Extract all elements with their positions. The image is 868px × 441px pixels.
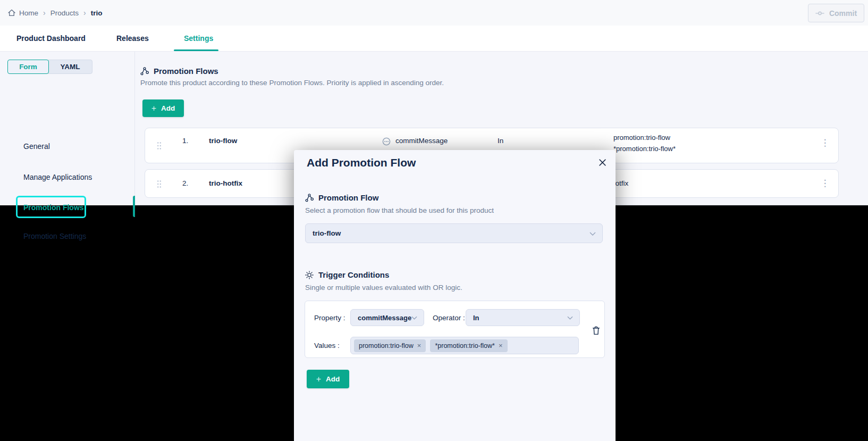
drag-handle-icon[interactable]	[157, 180, 162, 188]
modal-add-button[interactable]: + Add	[307, 370, 349, 388]
commit-button[interactable]: Commit	[808, 4, 864, 22]
promotion-flow-select[interactable]: trio-flow	[305, 223, 603, 243]
row-values: promotion:trio-flow *promotion:trio-flow…	[613, 132, 676, 154]
operator-select[interactable]: In	[466, 309, 580, 326]
tabs-bar: Product Dashboard Releases Settings	[0, 26, 868, 52]
property-select[interactable]: commitMessage	[350, 309, 424, 326]
row-order: 1.	[182, 137, 188, 145]
operator-label: Operator :	[433, 314, 465, 322]
row-value: promotion:trio-flow	[613, 132, 676, 143]
values-input[interactable]: promotion:trio-flow × *promotion:trio-fl…	[350, 337, 579, 354]
kebab-menu-icon[interactable]: ⋮	[819, 177, 831, 190]
delete-condition-button[interactable]	[590, 323, 602, 337]
tag-remove-icon[interactable]: ×	[417, 342, 422, 350]
tab-product-dashboard[interactable]: Product Dashboard	[16, 26, 86, 52]
drag-handle-icon[interactable]	[157, 142, 162, 150]
values-label: Values :	[314, 342, 340, 350]
commit-button-label: Commit	[829, 9, 857, 18]
chevron-down-icon	[589, 232, 596, 236]
selected-flow: trio-flow	[306, 229, 341, 237]
tag-label: promotion:trio-flow	[359, 342, 414, 350]
screenshot-stage: Home › Products › trio Commit Produ	[0, 0, 868, 441]
tag-remove-icon[interactable]: ×	[499, 342, 503, 350]
sidebar-item-manage-applications[interactable]: Manage Applications	[23, 173, 92, 181]
sidebar-item-promotion-settings[interactable]: Promotion Settings	[23, 232, 86, 240]
active-item-indicator	[133, 196, 135, 217]
row-value: *promotion:trio-flow*	[613, 143, 676, 154]
promotion-flow-icon	[305, 194, 314, 202]
flow-section-title: Promotion Flow	[318, 193, 378, 202]
flow-section-description: Select a promotion flow that should be u…	[305, 206, 494, 214]
breadcrumb: Home › Products › trio	[7, 0, 102, 26]
modal-add-button-label: Add	[326, 375, 340, 383]
commit-message-icon	[382, 137, 391, 146]
row-order: 2.	[182, 179, 188, 187]
promotion-flow-icon	[140, 67, 149, 76]
add-promotion-flow-modal: Add Promotion Flow Promotion Flow Select…	[294, 150, 616, 441]
value-tag: *promotion:trio-flow* ×	[430, 339, 507, 352]
sidebar-item-general[interactable]: General	[23, 142, 50, 151]
top-bar: Home › Products › trio Commit	[0, 0, 868, 26]
close-icon[interactable]	[597, 157, 608, 168]
chevron-right-icon: ›	[83, 9, 86, 17]
flow-name-link[interactable]: trio-flow	[209, 137, 237, 145]
row-operator: In	[498, 137, 503, 145]
selected-operator: In	[466, 314, 479, 322]
settings-sidebar: Form YAML General Manage Applications Pr…	[0, 52, 135, 205]
flow-name-link[interactable]: trio-hotfix	[209, 179, 242, 187]
breadcrumb-products-label: Products	[50, 9, 79, 17]
trigger-section-description: Single or multiple values evaluated with…	[305, 284, 462, 292]
row-property: commitMessage	[395, 137, 448, 145]
tag-label: *promotion:trio-flow*	[435, 342, 495, 350]
kebab-menu-icon[interactable]: ⋮	[819, 136, 831, 150]
page-title: Promotion Flows	[154, 66, 218, 76]
trigger-section-title: Trigger Conditions	[318, 270, 389, 279]
home-icon	[7, 9, 16, 17]
chevron-right-icon: ›	[43, 9, 46, 17]
property-label: Property :	[314, 314, 345, 322]
chevron-down-icon	[411, 316, 417, 320]
trigger-condition-card: Property : commitMessage Operator : In	[305, 301, 605, 358]
breadcrumb-home-link[interactable]: Home	[7, 9, 38, 17]
value-tag: promotion:trio-flow ×	[354, 339, 426, 352]
plus-icon: +	[316, 375, 321, 384]
gear-icon	[305, 271, 314, 279]
selected-property: commitMessage	[351, 314, 411, 322]
plus-icon: +	[151, 104, 156, 113]
view-toggle: Form YAML	[7, 60, 92, 74]
breadcrumb-products-link[interactable]: Products	[50, 9, 79, 17]
sidebar-item-promotion-flows[interactable]: Promotion Flows	[23, 203, 84, 212]
chevron-down-icon	[567, 316, 573, 320]
modal-title: Add Promotion Flow	[307, 156, 416, 169]
add-promotion-flow-button[interactable]: + Add	[142, 99, 184, 117]
breadcrumb-current: trio	[91, 9, 103, 17]
tab-settings[interactable]: Settings	[184, 26, 213, 52]
form-toggle-button[interactable]: Form	[7, 60, 49, 74]
add-button-label: Add	[161, 104, 175, 112]
breadcrumb-home-label: Home	[19, 9, 38, 17]
page-description: Promote this product according to these …	[140, 79, 444, 87]
yaml-toggle-button[interactable]: YAML	[48, 60, 92, 74]
tab-releases[interactable]: Releases	[116, 26, 149, 52]
active-tab-underline	[174, 49, 218, 51]
git-commit-icon	[815, 9, 824, 18]
